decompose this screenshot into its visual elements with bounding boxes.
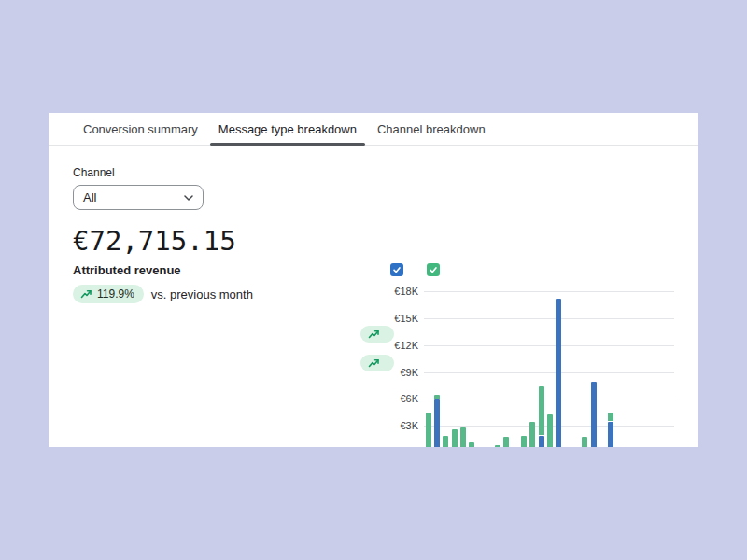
flows-segment bbox=[547, 414, 553, 447]
campaigns-segment bbox=[556, 299, 561, 447]
analytics-card: Conversion summary Message type breakdow… bbox=[49, 113, 698, 447]
gridline bbox=[424, 318, 674, 319]
flows-segment bbox=[608, 413, 613, 422]
bar-12[interactable] bbox=[521, 436, 527, 447]
bar-3[interactable] bbox=[443, 436, 448, 447]
tab-bar: Conversion summary Message type breakdow… bbox=[49, 113, 698, 146]
summary-panel: Channel All €72,715.15 Attributed revenu… bbox=[73, 166, 400, 377]
bar-14[interactable] bbox=[539, 386, 544, 447]
trend-up-icon bbox=[80, 288, 92, 300]
attributed-revenue-total: €72,715.15 bbox=[73, 225, 400, 257]
flows-segment bbox=[469, 442, 474, 447]
breakdown-table bbox=[73, 320, 394, 377]
table-row bbox=[73, 349, 394, 377]
legend-item-campaigns[interactable] bbox=[390, 263, 410, 276]
tab-channel-breakdown[interactable]: Channel breakdown bbox=[367, 113, 496, 145]
campaigns-segment bbox=[608, 422, 613, 447]
bar-13[interactable] bbox=[529, 422, 535, 447]
flows-segment bbox=[443, 436, 448, 447]
gridline bbox=[424, 345, 674, 346]
bar-5[interactable] bbox=[460, 427, 466, 447]
flows-segment bbox=[426, 413, 431, 447]
chart-y-axis: €18K€15K€12K€9K€6K€3K€0 bbox=[390, 291, 424, 447]
y-axis-tick-label: €6K bbox=[400, 393, 418, 404]
row-change-badge bbox=[360, 326, 394, 343]
campaigns-segment bbox=[434, 399, 440, 447]
flows-segment bbox=[452, 429, 458, 447]
flows-segment bbox=[582, 437, 587, 447]
tab-conversion-summary[interactable]: Conversion summary bbox=[73, 113, 208, 145]
chart-legend bbox=[390, 263, 687, 276]
bar-22[interactable] bbox=[608, 413, 613, 447]
flows-segment bbox=[529, 422, 535, 447]
flows-segment bbox=[434, 395, 440, 399]
campaigns-segment bbox=[539, 436, 544, 447]
campaigns-segment bbox=[591, 382, 597, 447]
y-axis-tick-label: €9K bbox=[400, 367, 418, 378]
flows-segment bbox=[521, 436, 527, 447]
gridline bbox=[424, 372, 674, 373]
flows-segment bbox=[503, 437, 509, 447]
channel-select[interactable]: All bbox=[73, 185, 204, 210]
tab-message-type-breakdown[interactable]: Message type breakdown bbox=[208, 113, 367, 145]
bar-1[interactable] bbox=[426, 413, 431, 447]
bar-2[interactable] bbox=[434, 395, 440, 447]
y-axis-tick-label: €3K bbox=[400, 420, 418, 431]
bar-10[interactable] bbox=[503, 437, 509, 447]
bar-15[interactable] bbox=[547, 414, 553, 447]
bar-6[interactable] bbox=[469, 442, 474, 447]
channel-select-value: All bbox=[83, 190, 96, 204]
flows-segment bbox=[460, 427, 466, 447]
trend-up-icon bbox=[368, 329, 380, 340]
bar-19[interactable] bbox=[582, 437, 587, 447]
chart-panel: €18K€15K€12K€9K€6K€3K€0 bbox=[390, 263, 687, 447]
chart-plot-area bbox=[424, 291, 676, 447]
legend-item-flows[interactable] bbox=[427, 263, 446, 276]
change-badge-value: 119.9% bbox=[97, 287, 134, 301]
change-context: vs. previous month bbox=[151, 287, 253, 301]
change-badge: 119.9% bbox=[73, 285, 144, 303]
channel-filter-label: Channel bbox=[73, 166, 400, 179]
gridline bbox=[424, 291, 674, 292]
row-change-badge bbox=[360, 355, 394, 371]
checkbox-checked-icon[interactable] bbox=[390, 263, 403, 276]
flows-segment bbox=[539, 386, 544, 435]
bar-4[interactable] bbox=[452, 429, 458, 447]
gridline bbox=[424, 399, 674, 399]
trend-up-icon bbox=[368, 357, 380, 369]
chevron-down-icon bbox=[184, 194, 193, 202]
bar-9[interactable] bbox=[495, 445, 500, 447]
y-axis-tick-label: €12K bbox=[394, 340, 418, 351]
y-axis-tick-label: €15K bbox=[394, 313, 418, 324]
bar-20[interactable] bbox=[591, 382, 597, 447]
checkbox-checked-icon[interactable] bbox=[427, 263, 440, 276]
revenue-bar-chart: €18K€15K€12K€9K€6K€3K€0 bbox=[390, 291, 687, 447]
attributed-revenue-label: Attributed revenue bbox=[73, 263, 400, 277]
flows-segment bbox=[495, 445, 500, 447]
y-axis-tick-label: €18K bbox=[394, 286, 418, 297]
table-row bbox=[73, 320, 394, 348]
bar-16[interactable] bbox=[556, 299, 561, 447]
